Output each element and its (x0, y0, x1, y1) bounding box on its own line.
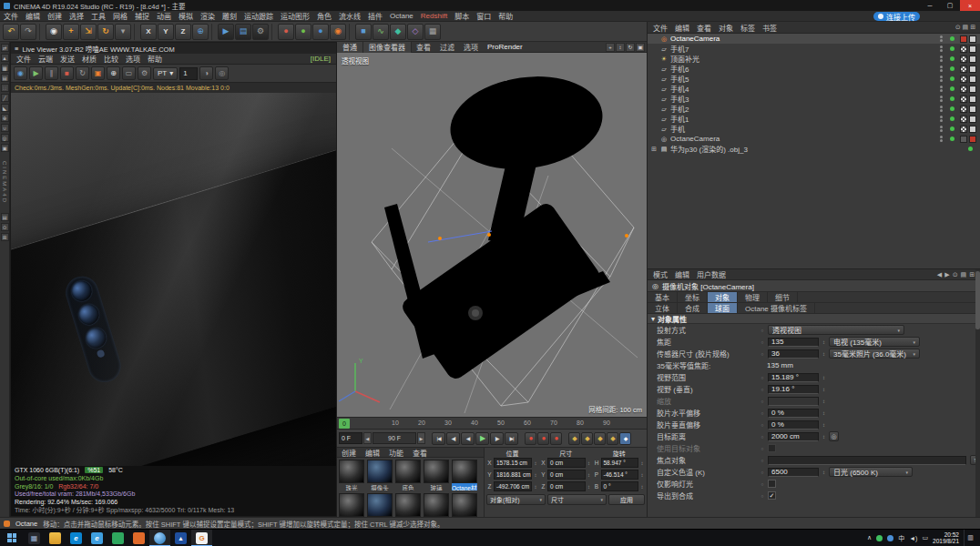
taskbar-photos[interactable]: ▲ (170, 530, 191, 546)
material-item[interactable]: 底色 (395, 460, 421, 490)
visibility-dots[interactable] (940, 46, 943, 52)
tray-chevron-icon[interactable]: ∧ (867, 534, 872, 541)
texture-tag-icon[interactable] (960, 96, 967, 103)
lv-render-stop-button[interactable]: ■ (60, 66, 74, 80)
lv-lock-resolution-button[interactable]: ▣ (91, 66, 105, 80)
axis-z-toggle[interactable]: Z (175, 24, 191, 40)
cube-primitive-button[interactable]: ■ (355, 24, 372, 40)
anim-dot-icon[interactable]: ○ (759, 387, 766, 392)
history-back-icon[interactable]: ◀ (937, 271, 942, 278)
edges-mode-button[interactable]: ╱ (1, 94, 9, 102)
tray-blue-icon[interactable] (887, 535, 893, 541)
material-item[interactable] (395, 493, 421, 517)
phong-tag-icon[interactable] (969, 126, 976, 133)
camera-tag-icon[interactable] (960, 35, 967, 43)
material-item[interactable]: 珠光 (339, 460, 364, 490)
menu-edit[interactable]: 编辑 (22, 11, 44, 22)
menu-animate[interactable]: 动画 (153, 11, 175, 22)
spinner-icon[interactable]: ↕ (533, 484, 538, 490)
spinner-icon[interactable]: ↕ (821, 422, 827, 428)
phong-tag-icon[interactable] (969, 96, 976, 103)
enabled-dot[interactable] (950, 56, 954, 61)
live-selection-button[interactable]: ◉ (46, 24, 62, 40)
taskbar-browser[interactable]: e (87, 530, 107, 546)
spinner-icon[interactable]: ↕ (639, 472, 645, 478)
enabled-dot[interactable] (950, 126, 954, 131)
battery-icon[interactable]: ▭ (922, 534, 928, 541)
live-viewer-titlebar[interactable]: ≡ Live Viewer 3.07-R2 唠嗑AE WWW.TALKAE.CO… (11, 43, 336, 54)
phong-tag-icon[interactable] (969, 66, 976, 73)
redo-button[interactable]: ↷ (20, 24, 36, 40)
texture-tag-icon[interactable] (960, 76, 967, 83)
anim-dot-icon[interactable]: ○ (759, 481, 766, 487)
enabled-dot[interactable] (950, 76, 954, 81)
enabled-dot[interactable] (950, 46, 954, 51)
plugin-blue-button[interactable]: ● (312, 24, 329, 40)
goto-end-button[interactable]: ▶| (505, 432, 518, 445)
visibility-dots[interactable] (940, 136, 943, 142)
palette-extra-1[interactable]: ▤ (1, 213, 9, 221)
scrollbar-thumb[interactable] (975, 271, 980, 329)
palette-extra-2[interactable]: ⊙ (1, 223, 9, 231)
position-x-field[interactable]: 1578.15 cm (494, 458, 532, 468)
lv-render-pause-button[interactable]: ∥ (45, 66, 58, 80)
viewport-menu-prorender[interactable]: ProRender (483, 43, 527, 51)
menu-octane[interactable]: Octane (386, 11, 417, 22)
taskbar-cinema4d[interactable] (149, 530, 170, 546)
workplane-mode-button[interactable]: ▤ (1, 74, 9, 82)
move-tool-button[interactable]: + (63, 24, 79, 40)
lv-samples-field[interactable]: 1 (179, 67, 198, 80)
prev-key-button[interactable]: ◀| (446, 432, 460, 445)
key-scale-toggle[interactable]: ◆ (581, 432, 593, 445)
taskbar-edge[interactable]: e (66, 530, 87, 546)
maximize-button[interactable]: ▢ (940, 0, 960, 11)
lv-settings-button[interactable]: ⚙ (138, 66, 151, 80)
last-tool-button[interactable]: ▾ (115, 24, 131, 40)
visibility-dots[interactable] (940, 35, 943, 42)
texture-tag-icon[interactable] (960, 46, 967, 53)
visibility-dots[interactable] (940, 126, 943, 132)
om-menu-bookmarks[interactable]: 书签 (759, 23, 781, 33)
pan-view-icon[interactable]: + (606, 43, 615, 52)
spinner-icon[interactable]: ↕ (821, 470, 827, 475)
tray-green-icon[interactable] (876, 535, 883, 541)
size-y-field[interactable]: 0 cm (547, 470, 586, 480)
lv-kernel-dropdown[interactable]: PT ▾ (153, 67, 178, 80)
menu-create[interactable]: 创建 (44, 11, 66, 22)
visibility-dots[interactable] (940, 86, 943, 92)
menu-mesh[interactable]: 网格 (109, 11, 131, 22)
object-row-phone1[interactable]: ▱ 手机1 (648, 114, 980, 124)
octane-live-viewer-button[interactable]: ◉ (330, 24, 346, 40)
viewport-menu-view[interactable]: 查看 (412, 42, 435, 52)
menu-simulate[interactable]: 模拟 (175, 11, 197, 22)
phong-tag-icon[interactable] (969, 106, 976, 113)
projection-dropdown[interactable]: 透视视图▾ (768, 325, 904, 335)
viewport-menu-options[interactable]: 选项 (459, 42, 483, 52)
anim-dot-icon[interactable]: ○ (759, 410, 766, 416)
spinner-icon[interactable]: ↕ (587, 484, 592, 490)
size-mode-dropdown[interactable]: 尺寸▾ (547, 494, 607, 505)
attribute-scrollbar[interactable] (975, 269, 980, 517)
menu-pipeline[interactable]: 流水线 (335, 11, 364, 22)
lv-render-restart-button[interactable]: ↻ (76, 66, 89, 80)
anim-dot-icon[interactable]: ○ (759, 470, 766, 475)
object-row-phone4[interactable]: ▱ 手机4 (648, 84, 980, 94)
om-menu-view[interactable]: 查看 (693, 23, 715, 33)
color-temperature-preset-dropdown[interactable]: 日光 (6500 K)▾ (829, 467, 913, 477)
spinner-icon[interactable]: ↕ (821, 351, 827, 357)
visibility-dots[interactable] (940, 76, 943, 82)
rotation-p-field[interactable]: -46.514 ° (601, 470, 639, 480)
am-menu-mode[interactable]: 模式 (649, 269, 671, 279)
material-item-selected[interactable]: Octane材质 (452, 460, 477, 490)
spinner-icon[interactable]: ↕ (587, 460, 592, 466)
protection-tag-icon[interactable] (960, 136, 967, 143)
lv-camera-button[interactable]: ◎ (215, 66, 229, 80)
menu-character[interactable]: 角色 (313, 11, 335, 22)
lv-menu-options[interactable]: 选项 (122, 54, 144, 64)
taskbar-green-app[interactable] (107, 530, 128, 546)
lv-menu-help[interactable]: 帮助 (144, 54, 166, 64)
size-z-field[interactable]: 0 cm (547, 481, 586, 491)
enabled-dot[interactable] (950, 36, 954, 41)
anim-dot-icon[interactable]: ○ (759, 339, 766, 345)
texture-tag-icon[interactable] (960, 86, 967, 93)
